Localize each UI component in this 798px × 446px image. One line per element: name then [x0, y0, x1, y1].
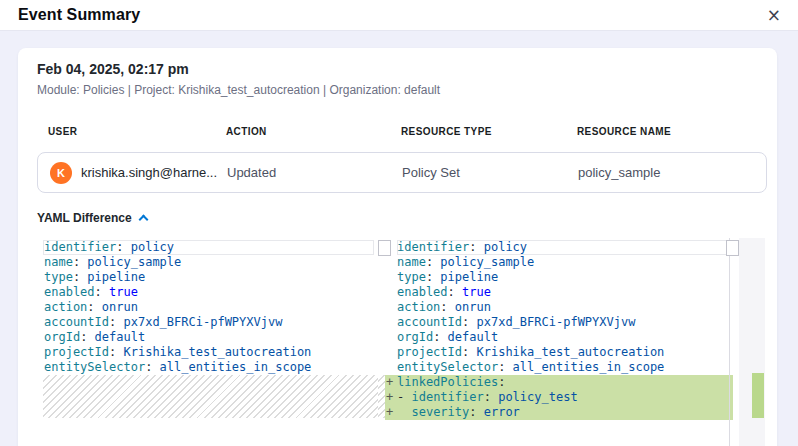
- code-line: entitySelector: all_entities_in_scope: [378, 360, 739, 375]
- code-line-added: linkedPolicies:+: [385, 375, 733, 390]
- code-token: action: [44, 300, 87, 314]
- diff-overview-ruler[interactable]: [739, 238, 765, 446]
- cell-action: Updated: [227, 165, 276, 180]
- event-card: Feb 04, 2025, 02:17 pm Module: Policies …: [18, 48, 777, 446]
- code-token: policy_sample: [87, 255, 181, 269]
- code-token: -: [397, 390, 411, 404]
- column-header-resource-name: RESOURCE NAME: [577, 126, 671, 137]
- code-line: enabled: true: [378, 285, 739, 300]
- scrollbar-thumb-original[interactable]: [378, 240, 391, 256]
- code-token: orgId: [44, 330, 80, 344]
- avatar: K: [50, 162, 72, 184]
- code-token: entitySelector: [44, 360, 145, 374]
- code-line: action: onrun: [37, 300, 378, 315]
- code-token: default: [95, 330, 146, 344]
- added-line-plus-icon: +: [386, 375, 393, 390]
- code-token: :: [109, 345, 123, 359]
- code-token: error: [484, 405, 520, 419]
- code-line-added: severity: error+: [385, 405, 733, 420]
- code-token: type: [397, 270, 426, 284]
- yaml-difference-label: YAML Difference: [37, 211, 132, 225]
- code-token: accountId: [397, 315, 462, 329]
- code-token: projectId: [44, 345, 109, 359]
- code-token: :: [87, 300, 101, 314]
- diff-filler-hatch: [43, 375, 378, 418]
- code-line: type: pipeline: [378, 270, 739, 285]
- added-line-plus-icon: +: [386, 405, 393, 420]
- column-header-resource-type: RESOURCE TYPE: [401, 126, 492, 137]
- code-token: policy: [131, 240, 174, 254]
- cell-user: krishika.singh@harne...: [81, 165, 217, 180]
- modified-code-lines: identifier: policyname: policy_sampletyp…: [378, 240, 739, 420]
- code-token: enabled: [44, 285, 95, 299]
- code-token: linkedPolicies: [397, 375, 498, 389]
- code-token: type: [44, 270, 73, 284]
- code-line: identifier: policy: [378, 240, 739, 255]
- code-token: :: [448, 285, 462, 299]
- code-line-added: - identifier: policy_test+: [385, 390, 733, 405]
- code-line: type: pipeline: [37, 270, 378, 285]
- yaml-difference-toggle[interactable]: YAML Difference: [37, 211, 147, 225]
- code-token: action: [397, 300, 440, 314]
- code-token: :: [462, 345, 476, 359]
- code-line: projectId: Krishika_test_autocreation: [378, 345, 739, 360]
- code-token: [397, 405, 411, 419]
- code-token: :: [433, 330, 447, 344]
- code-token: onrun: [102, 300, 138, 314]
- code-line: accountId: px7xd_BFRCi-pfWPYXVjvw: [378, 315, 739, 330]
- close-icon[interactable]: ×: [765, 7, 783, 24]
- code-token: :: [145, 360, 159, 374]
- code-token: default: [448, 330, 499, 344]
- diff-pane-modified[interactable]: identifier: policyname: policy_sampletyp…: [378, 238, 739, 446]
- column-header-action: ACTION: [226, 126, 267, 137]
- code-token: :: [462, 315, 476, 329]
- code-token: :: [426, 270, 440, 284]
- cell-resource-type: Policy Set: [402, 165, 460, 180]
- code-token: :: [73, 270, 87, 284]
- code-token: true: [109, 285, 138, 299]
- code-token: true: [462, 285, 491, 299]
- code-token: :: [73, 255, 87, 269]
- code-token: severity: [411, 405, 469, 419]
- code-token: policy_sample: [440, 255, 534, 269]
- original-code-lines: identifier: policyname: policy_sampletyp…: [37, 240, 378, 375]
- code-line: projectId: Krishika_test_autocreation: [37, 345, 378, 360]
- code-token: px7xd_BFRCi-pfWPYXVjvw: [476, 315, 635, 329]
- event-timestamp: Feb 04, 2025, 02:17 pm: [37, 61, 189, 77]
- page-title: Event Summary: [18, 6, 140, 24]
- code-token: px7xd_BFRCi-pfWPYXVjvw: [123, 315, 282, 329]
- modal-header: Event Summary ×: [0, 0, 798, 31]
- table-row[interactable]: K krishika.singh@harne... Updated Policy…: [37, 152, 767, 193]
- code-line: action: onrun: [378, 300, 739, 315]
- code-token: all_entities_in_scope: [160, 360, 312, 374]
- column-header-user: USER: [48, 126, 77, 137]
- code-token: identifier: [44, 240, 116, 254]
- code-token: enabled: [397, 285, 448, 299]
- code-token: pipeline: [87, 270, 145, 284]
- scrollbar-track-border: [729, 238, 730, 446]
- event-meta: Module: Policies | Project: Krishika_tes…: [37, 83, 440, 97]
- code-token: Krishika_test_autocreation: [123, 345, 311, 359]
- code-token: entitySelector: [397, 360, 498, 374]
- code-token: :: [95, 285, 109, 299]
- code-token: :: [109, 315, 123, 329]
- code-line: name: policy_sample: [37, 255, 378, 270]
- diff-pane-original[interactable]: identifier: policyname: policy_sampletyp…: [37, 238, 378, 446]
- code-token: :: [484, 390, 498, 404]
- code-token: policy_test: [498, 390, 577, 404]
- scrollbar-thumb-modified[interactable]: [726, 240, 739, 256]
- yaml-diff-editor: identifier: policyname: policy_sampletyp…: [37, 238, 765, 446]
- code-token: pipeline: [440, 270, 498, 284]
- code-line: orgId: default: [37, 330, 378, 345]
- code-token: accountId: [44, 315, 109, 329]
- code-token: :: [80, 330, 94, 344]
- code-token: :: [469, 240, 483, 254]
- code-line: identifier: policy: [37, 240, 378, 255]
- chevron-up-icon: [138, 215, 148, 225]
- code-token: :: [116, 240, 130, 254]
- code-token: :: [440, 300, 454, 314]
- code-token: :: [498, 375, 505, 389]
- code-token: Krishika_test_autocreation: [476, 345, 664, 359]
- code-token: all_entities_in_scope: [513, 360, 665, 374]
- code-token: orgId: [397, 330, 433, 344]
